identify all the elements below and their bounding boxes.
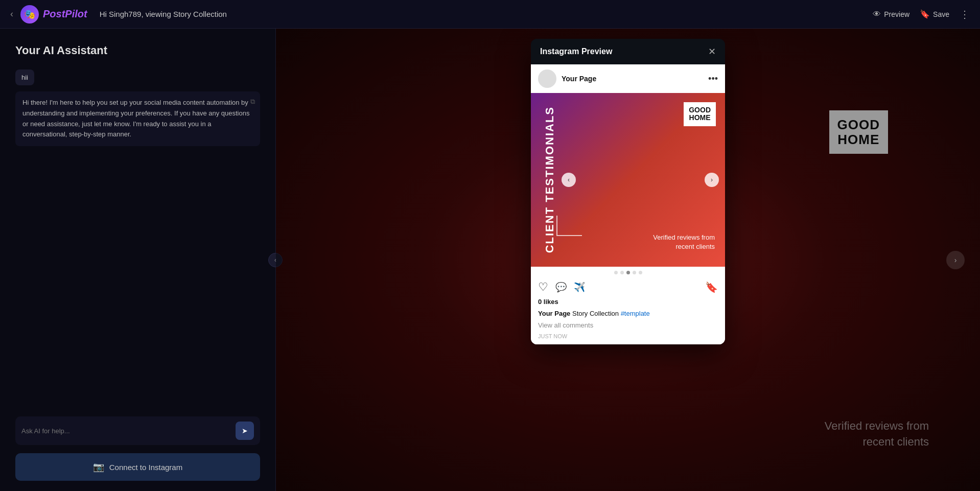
ai-input[interactable] xyxy=(21,427,231,435)
ig-post-text-vertical: CLIENT TESTIMONIALS xyxy=(543,103,556,256)
save-icon: 🔖 xyxy=(920,9,930,19)
ig-actions-left: ♡ 💬 ✈️ xyxy=(538,280,585,294)
ig-avatar xyxy=(538,69,556,88)
ig-logo-line1: GOOD xyxy=(689,106,711,114)
ig-post-image: CLIENT TESTIMONIALS GOOD HOME ‹ › Verifi… xyxy=(531,93,725,267)
preview-icon: 👁 xyxy=(873,10,881,19)
ig-desc-username: Your Page xyxy=(538,310,570,317)
ai-response-text: Hi there! I'm here to help you set up yo… xyxy=(22,99,249,138)
ig-vertical-text: CLIENT TESTIMONIALS xyxy=(543,106,556,253)
modal-overlay: Instagram Preview ✕ Your Page ••• xyxy=(276,29,980,491)
ai-response: Hi there! I'm here to help you set up yo… xyxy=(15,91,260,146)
ig-username: Your Page xyxy=(562,75,596,83)
ai-send-button[interactable]: ➤ xyxy=(236,422,254,440)
ig-likes: 0 likes xyxy=(531,298,725,308)
ig-comment-icon[interactable]: 💬 xyxy=(555,282,567,293)
save-button[interactable]: 🔖 Save xyxy=(920,9,949,19)
ig-bookmark-icon[interactable]: 🔖 xyxy=(705,281,718,293)
content-area: GOOD HOME › Verified reviews from recent… xyxy=(276,29,980,491)
ig-hashtag[interactable]: #template xyxy=(621,310,650,317)
ig-card: Your Page ••• CLIENT TESTIMONIALS GOOD H… xyxy=(531,64,725,344)
ig-next-arrow[interactable]: › xyxy=(705,173,719,187)
ig-dot-2 xyxy=(620,271,624,274)
topbar: ‹ 🎭 PostPilot Hi Singh789, viewing Story… xyxy=(0,0,980,29)
connect-instagram-button[interactable]: 📷 Connect to Instagram xyxy=(15,453,260,481)
ai-panel-title: Your AI Assistant xyxy=(15,44,260,57)
back-button[interactable]: ‹ xyxy=(10,9,13,19)
ig-dot-1 xyxy=(614,271,618,274)
ig-card-header: Your Page ••• xyxy=(531,64,725,93)
ig-bracket-decoration xyxy=(556,216,582,236)
instagram-icon: 📷 xyxy=(93,461,104,473)
ig-dot-5 xyxy=(639,271,642,274)
modal-close-button[interactable]: ✕ xyxy=(708,47,716,56)
ig-logo-line2: HOME xyxy=(689,114,711,122)
ig-caption-line2: recent clients xyxy=(653,242,715,251)
preview-button[interactable]: 👁 Preview xyxy=(873,10,909,19)
main-layout: Your AI Assistant hii Hi there! I'm here… xyxy=(0,29,980,491)
copy-icon[interactable]: ⧉ xyxy=(250,97,255,107)
page-title: Hi Singh789, viewing Story Collection xyxy=(100,10,873,18)
save-label: Save xyxy=(933,10,949,18)
ig-prev-arrow[interactable]: ‹ xyxy=(562,173,576,187)
ig-desc-text: Story Collection xyxy=(572,310,621,317)
modal-title: Instagram Preview xyxy=(540,47,612,56)
ig-caption-line1: Verified reviews from xyxy=(653,233,715,242)
ig-caption-overlay: Verified reviews from recent clients xyxy=(653,233,715,251)
instagram-preview-modal: Instagram Preview ✕ Your Page ••• xyxy=(531,39,725,344)
ig-dot-3 xyxy=(626,271,630,274)
logo-emoji: 🎭 xyxy=(24,9,35,20)
ig-dot-4 xyxy=(633,271,636,274)
modal-header: Instagram Preview ✕ xyxy=(531,39,725,64)
connect-instagram-label: Connect to Instagram xyxy=(109,463,182,472)
ig-actions: ♡ 💬 ✈️ 🔖 xyxy=(531,276,725,298)
logo-area: 🎭 PostPilot xyxy=(20,5,87,24)
send-icon: ➤ xyxy=(242,427,248,435)
user-message: hii xyxy=(15,69,34,85)
ig-view-comments[interactable]: View all comments xyxy=(531,319,725,331)
preview-label: Preview xyxy=(884,10,909,18)
ig-timestamp: JUST NOW xyxy=(531,331,725,344)
more-menu-button[interactable]: ⋮ xyxy=(960,8,970,20)
ig-heart-icon[interactable]: ♡ xyxy=(538,280,548,294)
ig-profile: Your Page xyxy=(538,69,596,88)
topbar-actions: 👁 Preview 🔖 Save ⋮ xyxy=(873,8,970,20)
logo-text: PostPilot xyxy=(43,8,87,20)
ig-carousel-dots xyxy=(531,267,725,276)
ai-input-area: ➤ xyxy=(15,416,260,445)
ig-brand-logo: GOOD HOME xyxy=(684,102,716,126)
ig-description: Your Page Story Collection #template xyxy=(531,308,725,319)
ai-panel: Your AI Assistant hii Hi there! I'm here… xyxy=(0,29,276,491)
logo-avatar: 🎭 xyxy=(20,5,39,24)
chat-area: hii Hi there! I'm here to help you set u… xyxy=(15,69,260,408)
ig-share-icon[interactable]: ✈️ xyxy=(574,282,585,293)
ig-more-icon[interactable]: ••• xyxy=(708,74,718,84)
